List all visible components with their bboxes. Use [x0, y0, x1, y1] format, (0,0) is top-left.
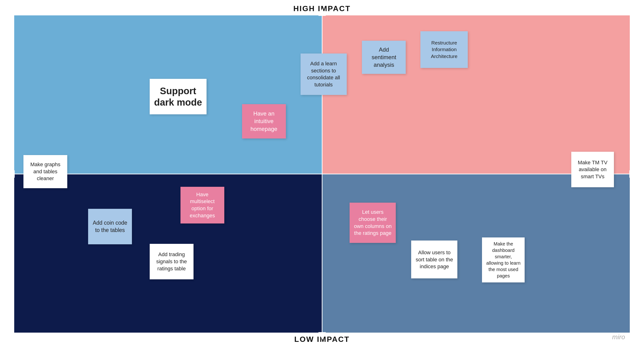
- sticky-support-dark-mode[interactable]: Support dark mode: [150, 79, 206, 114]
- sticky-add-coin-code[interactable]: Add coin code to the tables: [88, 209, 132, 244]
- arrow-left-icon: [8, 170, 15, 178]
- arrow-down-icon: [318, 332, 326, 339]
- sticky-have-multiselect[interactable]: Have multiselect option for exchanges: [180, 187, 224, 224]
- sticky-restructure-ia[interactable]: Restructure Information Architecture: [420, 31, 468, 68]
- sticky-have-intuitive-homepage[interactable]: Have an intuitive homepage: [242, 104, 286, 138]
- quadrant-area: Make graphs and tables cleaner Support d…: [14, 15, 630, 333]
- sticky-allow-sort-table[interactable]: Allow users to sort table on the indices…: [411, 241, 457, 278]
- quadrant-bottom-right: [322, 174, 630, 333]
- sticky-add-sentiment-analysis[interactable]: Add sentiment analysis: [362, 41, 406, 74]
- sticky-make-tm-tv[interactable]: Make TM TV available on smart TVs: [571, 152, 614, 187]
- sticky-make-dashboard-smarter[interactable]: Make the dashboard smarter, allowing to …: [482, 237, 525, 283]
- quadrant-top-right: [322, 15, 630, 174]
- arrow-right-icon: [629, 170, 636, 178]
- sticky-add-learn-sections[interactable]: Add a learn sections to consolidate all …: [300, 53, 347, 95]
- arrow-up-icon: [318, 9, 326, 16]
- miro-label: miro: [612, 333, 625, 341]
- sticky-let-users-choose-columns[interactable]: Let users choose their own columns on th…: [350, 203, 396, 243]
- sticky-add-trading-signals[interactable]: Add trading signals to the ratings table: [150, 244, 194, 279]
- main-container: HIGH IMPACT LOW IMPACT LOW EFFORT HIGH E…: [0, 0, 644, 348]
- sticky-make-graphs[interactable]: Make graphs and tables cleaner: [24, 155, 67, 188]
